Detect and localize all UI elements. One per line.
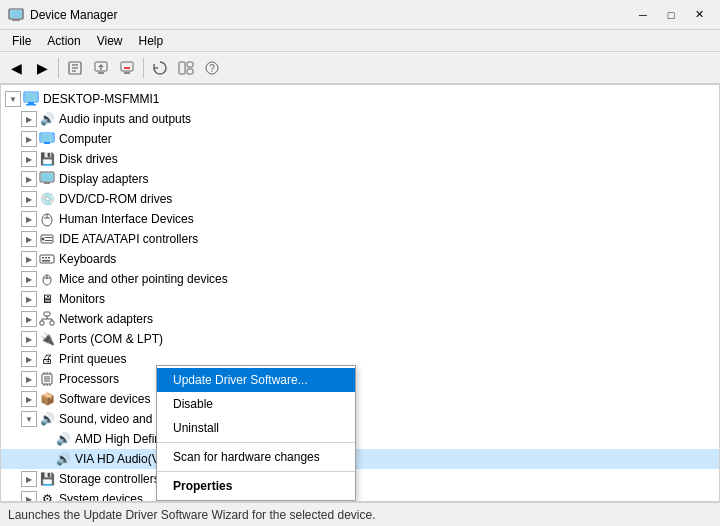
menu-help[interactable]: Help	[131, 32, 172, 50]
menu-action[interactable]: Action	[39, 32, 88, 50]
menu-bar: File Action View Help	[0, 30, 720, 52]
print-icon: 🖨	[39, 351, 55, 367]
toolbar-sep-2	[143, 58, 144, 78]
svg-rect-36	[42, 257, 44, 259]
root-label: DESKTOP-MSFMMI1	[43, 92, 159, 106]
tree-item-ide[interactable]: ▶ IDE ATA/ATAPI controllers	[1, 229, 719, 249]
context-menu-sep-1	[157, 442, 355, 443]
tree-item-dvd[interactable]: ▶ 💿 DVD/CD-ROM drives	[1, 189, 719, 209]
print-expand[interactable]: ▶	[21, 351, 37, 367]
context-menu: Update Driver Software... Disable Uninst…	[156, 365, 356, 501]
keyboards-expand[interactable]: ▶	[21, 251, 37, 267]
tree-item-processors[interactable]: ▶ Processors	[1, 369, 719, 389]
processors-icon	[39, 371, 55, 387]
app-icon	[8, 7, 24, 23]
uninstall-label: Uninstall	[173, 421, 219, 435]
monitors-expand[interactable]: ▶	[21, 291, 37, 307]
computer-icon	[23, 91, 39, 107]
menu-view[interactable]: View	[89, 32, 131, 50]
tree-item-sound[interactable]: ▼ 🔊 Sound, video and game controllers	[1, 409, 719, 429]
processors-label: Processors	[59, 372, 119, 386]
context-menu-update-driver[interactable]: Update Driver Software...	[157, 368, 355, 392]
ports-label: Ports (COM & LPT)	[59, 332, 163, 346]
storage-expand[interactable]: ▶	[21, 471, 37, 487]
status-text: Launches the Update Driver Software Wiza…	[8, 508, 376, 522]
tree-item-via-audio[interactable]: 🔊 VIA HD Audio(V...	[1, 449, 719, 469]
hid-label: Human Interface Devices	[59, 212, 194, 226]
toolbar-update[interactable]	[89, 56, 113, 80]
tree-item-hid[interactable]: ▶ Human Interface Devices	[1, 209, 719, 229]
storage-label: Storage controllers	[59, 472, 160, 486]
hid-expand[interactable]: ▶	[21, 211, 37, 227]
computer-node-icon	[39, 131, 55, 147]
toolbar-scan[interactable]	[148, 56, 172, 80]
tree-item-audio-inputs[interactable]: ▶ 🔊 Audio inputs and outputs	[1, 109, 719, 129]
svg-rect-33	[45, 237, 52, 238]
tree-item-mice[interactable]: ▶ Mice and other pointing devices	[1, 269, 719, 289]
close-button[interactable]: ✕	[686, 5, 712, 25]
print-label: Print queues	[59, 352, 126, 366]
tree-item-ports[interactable]: ▶ 🔌 Ports (COM & LPT)	[1, 329, 719, 349]
display-expand[interactable]: ▶	[21, 171, 37, 187]
display-label: Display adapters	[59, 172, 148, 186]
tree-item-computer[interactable]: ▶ Computer	[1, 129, 719, 149]
context-menu-disable[interactable]: Disable	[157, 392, 355, 416]
tree-item-system[interactable]: ▶ ⚙ System devices	[1, 489, 719, 501]
context-menu-properties[interactable]: Properties	[157, 474, 355, 498]
tree-item-disk[interactable]: ▶ 💾 Disk drives	[1, 149, 719, 169]
audio-inputs-icon: 🔊	[39, 111, 55, 127]
computer-label: Computer	[59, 132, 112, 146]
tree-item-display[interactable]: ▶ Display adapters	[1, 169, 719, 189]
ide-expand[interactable]: ▶	[21, 231, 37, 247]
tree-item-monitors[interactable]: ▶ 🖥 Monitors	[1, 289, 719, 309]
svg-rect-21	[26, 104, 36, 106]
mice-label: Mice and other pointing devices	[59, 272, 228, 286]
mice-icon	[39, 271, 55, 287]
tree-item-print[interactable]: ▶ 🖨 Print queues	[1, 349, 719, 369]
svg-rect-34	[45, 240, 52, 241]
ports-expand[interactable]: ▶	[21, 331, 37, 347]
ports-icon: 🔌	[39, 331, 55, 347]
svg-rect-39	[42, 260, 50, 262]
minimize-button[interactable]: ─	[630, 5, 656, 25]
network-label: Network adapters	[59, 312, 153, 326]
toolbar-back[interactable]: ◀	[4, 56, 28, 80]
toolbar-properties[interactable]	[63, 56, 87, 80]
sound-expand[interactable]: ▼	[21, 411, 37, 427]
mice-expand[interactable]: ▶	[21, 271, 37, 287]
menu-file[interactable]: File	[4, 32, 39, 50]
software-expand[interactable]: ▶	[21, 391, 37, 407]
toolbar-forward[interactable]: ▶	[30, 56, 54, 80]
tree-item-amd-audio[interactable]: 🔊 AMD High Definition Audio Device	[1, 429, 719, 449]
tree-root[interactable]: ▼ DESKTOP-MSFMMI1	[1, 89, 719, 109]
network-expand[interactable]: ▶	[21, 311, 37, 327]
window-controls: ─ □ ✕	[630, 5, 712, 25]
dvd-expand[interactable]: ▶	[21, 191, 37, 207]
svg-rect-1	[12, 19, 20, 21]
toolbar-uninstall[interactable]	[115, 56, 139, 80]
disk-label: Disk drives	[59, 152, 118, 166]
tree-item-network[interactable]: ▶ Network adapters	[1, 309, 719, 329]
toolbar-help[interactable]: ?	[200, 56, 224, 80]
audio-inputs-expand[interactable]: ▶	[21, 111, 37, 127]
svg-rect-14	[187, 62, 193, 67]
system-expand[interactable]: ▶	[21, 491, 37, 501]
maximize-button[interactable]: □	[658, 5, 684, 25]
root-expand-icon[interactable]: ▼	[5, 91, 21, 107]
monitors-label: Monitors	[59, 292, 105, 306]
processors-expand[interactable]: ▶	[21, 371, 37, 387]
tree-item-storage[interactable]: ▶ 💾 Storage controllers	[1, 469, 719, 489]
ide-label: IDE ATA/ATAPI controllers	[59, 232, 198, 246]
tree-item-software[interactable]: ▶ 📦 Software devices	[1, 389, 719, 409]
svg-rect-27	[44, 182, 50, 184]
tree-item-keyboards[interactable]: ▶ Keyboards	[1, 249, 719, 269]
context-menu-scan[interactable]: Scan for hardware changes	[157, 445, 355, 469]
svg-rect-15	[187, 69, 193, 74]
svg-rect-35	[40, 255, 54, 263]
toolbar-show-hidden[interactable]	[174, 56, 198, 80]
context-menu-uninstall[interactable]: Uninstall	[157, 416, 355, 440]
computer-expand[interactable]: ▶	[21, 131, 37, 147]
sound-icon: 🔊	[39, 411, 55, 427]
properties-label: Properties	[173, 479, 232, 493]
disk-expand[interactable]: ▶	[21, 151, 37, 167]
